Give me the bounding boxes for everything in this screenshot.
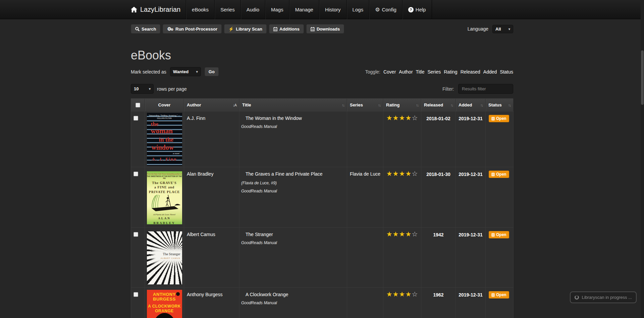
table-row: The Stranger ALBERT CAMUS Albert Camus T… (131, 227, 513, 287)
star-empty-icon: ☆ (412, 114, 418, 122)
cover-author: BURGESS (147, 297, 182, 302)
star-empty-icon: ☆ (412, 290, 418, 298)
nav-item-logs[interactable]: Logs (346, 0, 369, 19)
header-added[interactable]: Added↑↓ (456, 99, 486, 111)
added-date: 2019-12-31 (456, 227, 486, 287)
book-cover[interactable]: The Stranger ALBERT CAMUS (147, 231, 182, 284)
brand-home[interactable]: LazyLibrarian (131, 0, 186, 19)
status-label: Open (496, 292, 506, 297)
header-author[interactable]: Author↓A (184, 99, 239, 111)
toggle-status[interactable]: Status (500, 69, 513, 75)
filter-label: Filter: (442, 86, 454, 92)
toggle-rating[interactable]: Rating (444, 69, 457, 75)
source-label: GoodReads Manual (241, 240, 344, 245)
title-link[interactable]: The Graves a Fine and Private Place (246, 171, 323, 177)
cover-title-line: The Stranger (156, 252, 180, 256)
language-label: Language (468, 26, 488, 32)
home-icon (131, 7, 137, 12)
rows-per-page-value: 10 (134, 86, 139, 91)
author-link[interactable]: Albert Camus (187, 232, 215, 237)
downloads-button[interactable]: Downloads (306, 24, 344, 34)
toggle-title[interactable]: Title (416, 69, 425, 75)
sort-icon: ↑↓ (478, 103, 483, 107)
header-status[interactable]: Status↑↓ (486, 99, 514, 111)
book-cover[interactable]: "Astounding. Thrilling. Amazing." —GILLI… (147, 113, 182, 166)
row-checkbox[interactable] (133, 292, 138, 297)
language-select[interactable]: All ▾ (492, 25, 513, 33)
nav-label: History (325, 7, 341, 12)
cover-tagline: A Flavia de Luce Novel (147, 213, 182, 216)
book-cover[interactable]: From the New York Times bestselling auth… (147, 171, 182, 224)
button-label: Search (142, 27, 156, 32)
open-button[interactable]: Open (489, 115, 509, 122)
title-link[interactable]: The Woman in the Window (246, 116, 302, 121)
book-icon (491, 117, 495, 121)
open-button[interactable]: Open (489, 291, 509, 299)
author-link[interactable]: A.J. Finn (187, 116, 205, 121)
toggle-released[interactable]: Released (461, 69, 480, 75)
nav-label: Logs (353, 7, 364, 12)
cover-title-line: A CLOCKWORK (147, 304, 182, 309)
cover-author: A. J. Finn (147, 156, 182, 162)
header-series[interactable]: Series↑↓ (347, 99, 383, 111)
filter-input[interactable] (458, 84, 513, 94)
toggle-label: Toggle: (365, 69, 380, 75)
additions-button[interactable]: Additions (269, 24, 304, 34)
rating-stars: ★★★★☆ (383, 167, 421, 227)
cover-author: ALAN (147, 216, 182, 221)
libraryscan-toast[interactable]: Libraryscan in progress ... (570, 291, 637, 303)
header-released[interactable]: Released↑↓ (421, 99, 456, 111)
row-checkbox[interactable] (133, 172, 138, 176)
toggle-added[interactable]: Added (483, 69, 497, 75)
cover-title-line: a FINE and (147, 185, 182, 190)
sort-asc-icon: ↓A (231, 103, 236, 107)
author-link[interactable]: Alan Bradley (187, 171, 213, 177)
header-rating[interactable]: Rating↑↓ (383, 99, 421, 111)
cover-author: ALBERT CAMUS (156, 257, 180, 259)
nav-item-manage[interactable]: Manage (289, 0, 319, 19)
author-link[interactable]: Anthony Burgess (187, 292, 223, 297)
cover-title-line: window (152, 144, 174, 151)
book-cover[interactable]: ANTHONY BURGESS A CLOCKWORK ORANGE (147, 290, 182, 318)
row-checkbox[interactable] (133, 116, 138, 121)
table-row: From the New York Times bestselling auth… (131, 167, 513, 227)
run-post-processor-button[interactable]: ⚙⚙ Run Post-Processor (163, 24, 222, 34)
star-filled-icon: ★★★★ (386, 290, 412, 298)
row-checkbox[interactable] (133, 232, 138, 237)
publisher-logo-icon (176, 292, 180, 296)
star-filled-icon: ★★★★ (386, 230, 412, 238)
status-label: Open (496, 232, 506, 237)
nav-item-mags[interactable]: Mags (265, 0, 289, 19)
open-button[interactable]: Open (489, 231, 509, 238)
toggle-author[interactable]: Author (399, 69, 413, 75)
rows-per-page-label: rows per page (157, 86, 187, 92)
nav-item-history[interactable]: History (319, 0, 346, 19)
library-scan-button[interactable]: ⚡ Library Scan (224, 24, 267, 34)
nav-item-series[interactable]: Series (214, 0, 240, 19)
go-button[interactable]: Go (205, 67, 219, 76)
search-button[interactable]: Search (131, 24, 160, 34)
mark-selected-select[interactable]: Wanted ▾ (170, 67, 201, 76)
nav-item-help[interactable]: ? Help (402, 0, 432, 19)
released-date: 2018-01-30 (421, 167, 456, 227)
page-title: eBooks (131, 48, 513, 62)
released-date: 2018-01-02 (421, 111, 456, 167)
calendar-icon (311, 27, 315, 31)
title-link[interactable]: The Stranger (246, 232, 273, 237)
title-link[interactable]: A Clockwork Orange (246, 292, 288, 297)
button-label: Downloads (317, 27, 340, 32)
series-link[interactable]: Flavia de Luce (350, 171, 380, 177)
toggle-cover[interactable]: Cover (383, 69, 396, 75)
cover-title-line: woman (151, 127, 173, 135)
rows-per-page-select[interactable]: 10 ▾ (131, 84, 154, 94)
nav-item-ebooks[interactable]: eBooks (186, 0, 214, 19)
nav-item-audio[interactable]: Audio (240, 0, 265, 19)
brand-label: LazyLibrarian (140, 6, 180, 13)
toggle-series[interactable]: Series (428, 69, 441, 75)
scrollbar-thumb[interactable] (641, 50, 644, 105)
nav-item-config[interactable]: ⚙ Config (369, 0, 402, 19)
open-button[interactable]: Open (489, 171, 509, 178)
header-title[interactable]: Title↑↓ (239, 99, 347, 111)
sort-icon: ↑↓ (414, 103, 418, 107)
select-all-checkbox[interactable] (136, 103, 140, 107)
